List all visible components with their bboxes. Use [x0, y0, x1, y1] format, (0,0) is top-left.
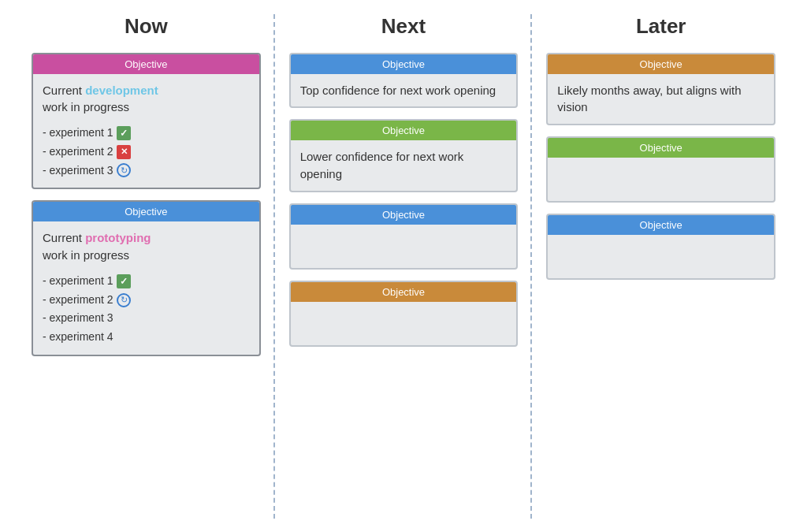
card-body-now-2: Current prototypingwork in progress- exp…: [33, 221, 259, 355]
card-later-3[interactable]: Objective: [546, 214, 775, 280]
experiment-icon-x-now-1-1: [117, 145, 131, 159]
column-title-now: Now: [32, 14, 261, 39]
experiment-item-now-1-0: - experiment 1: [43, 124, 250, 143]
experiment-icon-refresh-now-2-1: ↻: [117, 293, 131, 307]
column-title-next: Next: [289, 14, 519, 39]
experiment-label-now-1-1: - experiment 2: [43, 143, 113, 162]
experiment-icon-refresh-now-1-2: ↻: [117, 163, 131, 177]
card-next-1[interactable]: ObjectiveTop confidence for next work op…: [289, 53, 519, 109]
experiments-now-2: - experiment 1- experiment 2↻- experimen…: [43, 272, 250, 347]
experiment-label-now-1-0: - experiment 1: [43, 124, 113, 143]
card-header-later-1: Objective: [548, 54, 774, 74]
experiment-item-now-2-1: - experiment 2↻: [43, 291, 250, 310]
column-next: NextObjectiveTop confidence for next wor…: [275, 14, 533, 519]
column-now: NowObjectiveCurrent developmentwork in p…: [17, 14, 275, 519]
experiments-now-1: - experiment 1- experiment 2- experiment…: [43, 124, 250, 180]
experiment-item-now-2-0: - experiment 1: [43, 272, 250, 291]
card-body-next-3: [291, 225, 517, 268]
card-text-next-2: Lower confidence for next work opening: [300, 148, 508, 183]
experiment-label-now-2-2: - experiment 3: [43, 309, 113, 328]
card-header-now-1: Objective: [33, 54, 259, 74]
card-text-next-1: Top confidence for next work opening: [300, 82, 508, 99]
card-next-2[interactable]: ObjectiveLower confidence for next work …: [289, 119, 519, 192]
card-later-2[interactable]: Objective: [546, 136, 775, 203]
card-header-next-4: Objective: [291, 282, 517, 302]
experiment-label-now-1-2: - experiment 3: [43, 162, 113, 180]
cards-area-later: ObjectiveLikely months away, but aligns …: [546, 53, 775, 281]
kanban-board: NowObjectiveCurrent developmentwork in p…: [17, 14, 790, 519]
card-body-next-4: [291, 302, 517, 345]
card-header-later-3: Objective: [548, 215, 774, 235]
card-intro-now-2: Current prototypingwork in progress: [43, 229, 250, 264]
experiment-item-now-1-2: - experiment 3↻: [43, 162, 250, 180]
card-body-next-1: Top confidence for next work opening: [291, 74, 517, 107]
experiment-item-now-1-1: - experiment 2: [43, 143, 250, 162]
card-header-later-2: Objective: [548, 138, 774, 158]
card-header-next-2: Objective: [291, 121, 517, 140]
card-next-4[interactable]: Objective: [289, 281, 519, 347]
experiment-label-now-2-3: - experiment 4: [43, 328, 113, 347]
experiment-label-now-2-0: - experiment 1: [43, 272, 113, 291]
card-header-next-1: Objective: [291, 54, 517, 74]
cards-area-next: ObjectiveTop confidence for next work op…: [289, 53, 519, 347]
column-later: LaterObjectiveLikely months away, but al…: [532, 14, 790, 519]
card-header-now-2: Objective: [33, 202, 259, 221]
card-intro-now-1: Current developmentwork in progress: [43, 82, 250, 117]
card-body-later-1: Likely months away, but aligns with visi…: [548, 74, 774, 125]
card-body-later-3: [548, 235, 774, 278]
cards-area-now: ObjectiveCurrent developmentwork in prog…: [32, 53, 261, 357]
card-body-now-1: Current developmentwork in progress- exp…: [33, 74, 259, 188]
experiment-item-now-2-2: - experiment 3: [43, 309, 250, 328]
card-now-1[interactable]: ObjectiveCurrent developmentwork in prog…: [32, 53, 261, 190]
card-later-1[interactable]: ObjectiveLikely months away, but aligns …: [546, 53, 775, 126]
card-text-later-1: Likely months away, but aligns with visi…: [557, 82, 764, 117]
experiment-label-now-2-1: - experiment 2: [43, 291, 113, 310]
experiment-icon-check-now-1-0: [117, 126, 131, 140]
card-body-next-2: Lower confidence for next work opening: [291, 140, 517, 191]
column-title-later: Later: [546, 14, 775, 39]
experiment-icon-check-now-2-0: [117, 274, 131, 288]
card-body-later-2: [548, 158, 774, 201]
card-header-next-3: Objective: [291, 205, 517, 225]
card-now-2[interactable]: ObjectiveCurrent prototypingwork in prog…: [32, 200, 261, 356]
card-next-3[interactable]: Objective: [289, 203, 519, 270]
experiment-item-now-2-3: - experiment 4: [43, 328, 250, 347]
